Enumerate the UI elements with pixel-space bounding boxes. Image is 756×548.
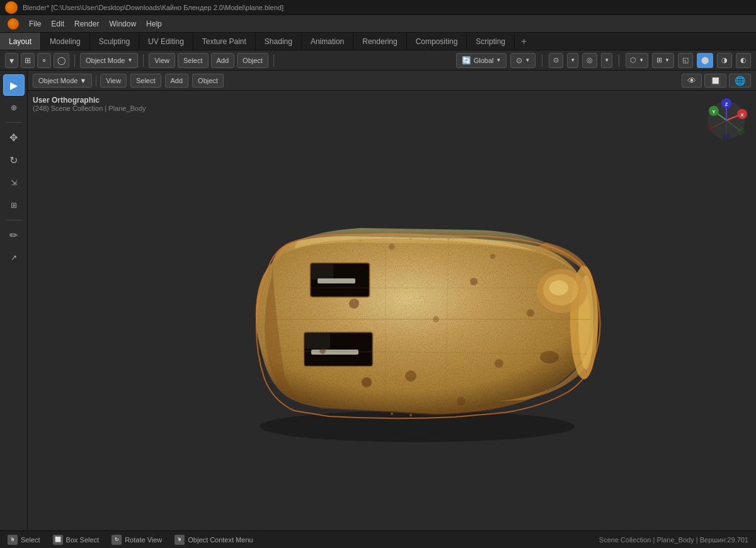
toolbar-icon-box[interactable]: ⊞ — [21, 53, 35, 68]
statusbar: 🖱 Select ⬜ Box Select ↻ Rotate View 🖱 Ob… — [0, 530, 756, 548]
viewport-header-bar: Object Mode ▼ View Select Add Object 👁 🔲… — [28, 71, 756, 91]
viewport-view-btn[interactable]: View — [100, 74, 127, 88]
tab-animation[interactable]: Animation — [302, 33, 353, 50]
pivot-dropdown[interactable]: ⊙ ▼ — [510, 53, 536, 68]
scale-tool-btn[interactable]: ⇲ — [3, 172, 25, 193]
menu-window[interactable]: Window — [104, 18, 141, 30]
snap-options-dropdown[interactable]: ▼ — [567, 53, 578, 68]
scale-tool-icon: ⇲ — [11, 178, 17, 187]
select-tool-icon: ▶ — [10, 79, 18, 91]
viewport-object-mode-btn[interactable]: Object Mode ▼ — [33, 74, 92, 88]
svg-point-34 — [391, 413, 393, 415]
object-mode-chevron: ▼ — [127, 57, 132, 63]
viewport-overlays-btn[interactable]: ⊞ ▼ — [652, 53, 674, 68]
tab-layout[interactable]: Layout — [0, 33, 41, 50]
tab-compositing[interactable]: Compositing — [407, 33, 467, 50]
tab-modeling[interactable]: Modeling — [41, 33, 90, 50]
svg-rect-10 — [311, 350, 358, 355]
object-mode-label: Object Mode — [86, 57, 125, 64]
annotate-tool-icon: ✏ — [9, 229, 18, 241]
svg-point-35 — [410, 414, 412, 416]
status-context-icon: 🖱 — [175, 535, 185, 545]
select-tool-btn[interactable]: ▶ — [3, 74, 25, 96]
svg-rect-7 — [311, 264, 333, 280]
tab-sculpting[interactable]: Sculpting — [90, 33, 139, 50]
toolbar-icon-circle[interactable]: ◯ — [54, 53, 69, 68]
svg-point-21 — [362, 377, 372, 387]
transform-tool-icon: ⊞ — [11, 201, 17, 210]
transform-orientation-dropdown[interactable]: 🔄 Global ▼ — [456, 53, 507, 68]
status-right-info: Scene Collection | Plane_Body | Вершин:2… — [599, 536, 748, 544]
viewport-gizmo-btn[interactable]: 🔲 — [704, 74, 726, 88]
svg-point-16 — [349, 299, 359, 309]
toolbar-icon-select[interactable]: ▾ — [5, 53, 18, 68]
proportional-options-dropdown[interactable]: ▼ — [601, 53, 612, 68]
add-label: Add — [217, 57, 229, 64]
shading-solid-btn[interactable]: ⬤ — [697, 53, 713, 68]
tab-shading[interactable]: Shading — [256, 33, 302, 50]
measure-tool-btn[interactable]: ↗ — [3, 247, 25, 268]
shading-rendered-btn[interactable]: ◐ — [736, 53, 751, 68]
snap-icon: ⊙ — [553, 56, 559, 64]
cursor-tool-icon: ⊕ — [11, 103, 17, 112]
svg-point-23 — [319, 348, 326, 354]
add-menu-btn[interactable]: Add — [211, 53, 235, 68]
status-rotate-icon: ↻ — [112, 535, 122, 545]
axis-gizmo[interactable]: X Y Z — [704, 98, 748, 144]
object-menu-btn[interactable]: Object — [237, 53, 268, 68]
object-mode-dropdown[interactable]: Object Mode ▼ — [80, 53, 138, 68]
rotate-tool-icon: ↻ — [9, 154, 18, 166]
svg-point-25 — [389, 244, 395, 250]
menu-file[interactable]: File — [24, 18, 46, 30]
svg-point-22 — [527, 309, 534, 317]
svg-point-31 — [410, 237, 412, 240]
object-label: Object — [243, 57, 263, 64]
add-workspace-button[interactable]: + — [515, 33, 533, 50]
select-label: Select — [183, 57, 203, 64]
annotate-tool-btn[interactable]: ✏ — [3, 224, 25, 246]
svg-point-20 — [433, 316, 439, 323]
shading-lookdev-btn[interactable]: ◑ — [717, 53, 732, 68]
menu-edit[interactable]: Edit — [46, 18, 69, 30]
status-rotate-label: Rotate View — [125, 536, 162, 544]
cursor-tool-btn[interactable]: ⊕ — [3, 97, 25, 118]
viewport-shading-btn[interactable]: 🌐 — [729, 74, 751, 88]
proportional-toggle[interactable]: ◎ — [582, 53, 597, 68]
menu-help[interactable]: Help — [141, 18, 167, 30]
svg-point-50 — [737, 127, 745, 135]
measure-tool-icon: ↗ — [11, 253, 17, 262]
menu-render[interactable]: Render — [69, 18, 104, 30]
titlebar: Blender* [C:\Users\User\Desktop\Download… — [0, 0, 756, 15]
transform-tool-btn[interactable]: ⊞ — [3, 195, 25, 216]
svg-point-52 — [723, 134, 730, 141]
show-gizmos-btn[interactable]: ⬡ ▼ — [626, 53, 648, 68]
svg-point-26 — [490, 254, 495, 259]
svg-point-33 — [447, 237, 450, 240]
snap-toggle[interactable]: ⊙ — [549, 53, 563, 68]
main-area: ▶ ⊕ ✥ ↻ ⇲ ⊞ ✏ ↗ Object Mode — [0, 71, 756, 530]
viewport-add-btn[interactable]: Add — [165, 74, 189, 88]
xray-toggle[interactable]: ◱ — [678, 53, 693, 68]
tab-rendering[interactable]: Rendering — [353, 33, 406, 50]
menu-blender[interactable] — [3, 16, 24, 31]
tab-texture-paint[interactable]: Texture Paint — [193, 33, 256, 50]
select-menu-btn[interactable]: Select — [178, 53, 209, 68]
viewport-overlay-btn[interactable]: 👁 — [682, 74, 702, 88]
move-tool-btn[interactable]: ✥ — [3, 127, 25, 148]
menubar: File Edit Render Window Help — [0, 15, 756, 33]
global-label: Global — [474, 57, 494, 64]
toolbar-icon-lasso[interactable]: ⚬ — [37, 53, 51, 68]
axis-widget-svg: X Y Z — [704, 98, 748, 142]
proportional-icon: ◎ — [587, 56, 593, 64]
view-menu-btn[interactable]: View — [149, 53, 175, 68]
tab-uv-editing[interactable]: UV Editing — [139, 33, 193, 50]
viewport[interactable]: Object Mode ▼ View Select Add Object 👁 🔲… — [28, 71, 756, 530]
viewport-select-btn[interactable]: Select — [130, 74, 161, 88]
viewport-object-btn[interactable]: Object — [192, 74, 224, 88]
status-rotate: ↻ Rotate View — [112, 535, 162, 545]
toolbar-separator-3 — [273, 54, 274, 67]
view-label: View — [154, 57, 169, 64]
tool-separator-1 — [5, 122, 23, 123]
rotate-tool-btn[interactable]: ↻ — [3, 149, 25, 171]
tab-scripting[interactable]: Scripting — [467, 33, 515, 50]
